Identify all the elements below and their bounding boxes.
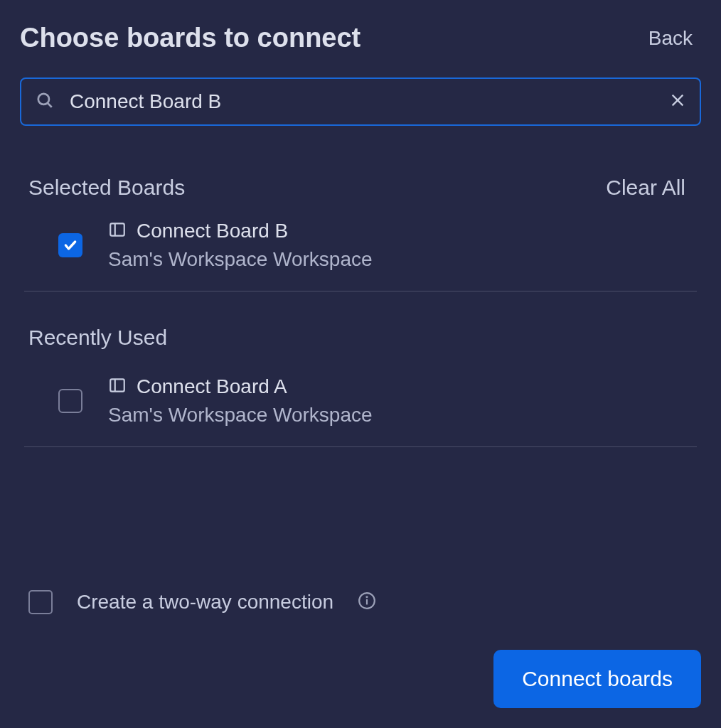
back-button[interactable]: Back xyxy=(648,27,693,50)
board-icon xyxy=(108,220,127,242)
svg-point-0 xyxy=(38,94,49,105)
board-icon xyxy=(108,376,127,397)
svg-line-1 xyxy=(48,103,52,107)
svg-point-10 xyxy=(367,596,368,597)
board-workspace: Sam's Workspace Workspace xyxy=(108,248,373,271)
two-way-label: Create a two-way connection xyxy=(77,591,333,614)
board-checkbox[interactable] xyxy=(58,389,82,413)
search-box[interactable] xyxy=(20,77,701,126)
board-name: Connect Board B xyxy=(137,220,288,242)
board-checkbox[interactable] xyxy=(58,233,82,257)
clear-search-icon[interactable] xyxy=(661,92,685,111)
two-way-checkbox[interactable] xyxy=(28,590,53,614)
svg-rect-6 xyxy=(110,379,124,391)
clear-all-button[interactable]: Clear All xyxy=(606,176,685,200)
recently-used-heading: Recently Used xyxy=(28,326,167,350)
board-workspace: Sam's Workspace Workspace xyxy=(108,404,373,427)
board-item-selected[interactable]: Connect Board B Sam's Workspace Workspac… xyxy=(24,200,697,291)
page-title: Choose boards to connect xyxy=(20,23,360,53)
connect-boards-button[interactable]: Connect boards xyxy=(493,650,701,708)
search-icon xyxy=(36,91,70,112)
selected-boards-heading: Selected Boards xyxy=(28,176,185,200)
info-icon[interactable] xyxy=(358,592,376,613)
board-item-recent[interactable]: Connect Board A Sam's Workspace Workspac… xyxy=(24,355,697,447)
svg-rect-4 xyxy=(110,223,124,235)
board-name: Connect Board A xyxy=(137,375,287,398)
search-input[interactable] xyxy=(70,90,661,113)
